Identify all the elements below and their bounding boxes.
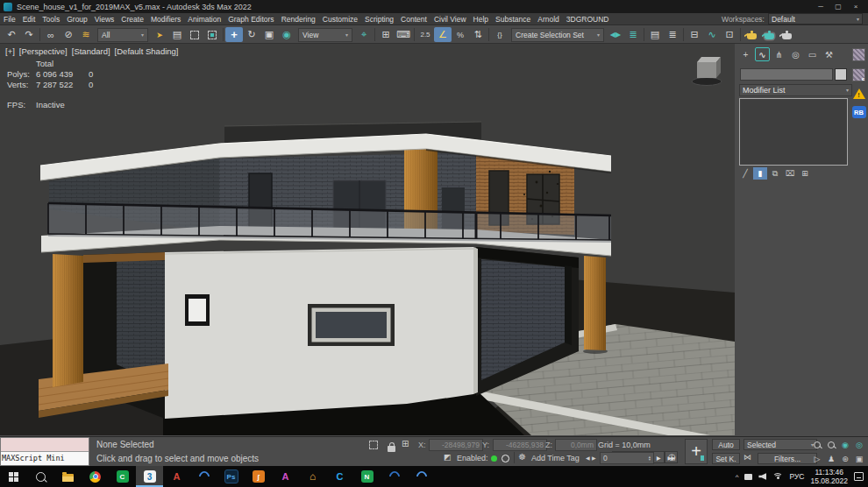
ribbon-toggle-button[interactable]: ⊟ xyxy=(686,27,703,42)
close-button[interactable]: × xyxy=(847,0,864,13)
modifier-list-dropdown[interactable]: Modifier List ▾ xyxy=(739,84,852,96)
field-of-view-icon[interactable]: ▷ xyxy=(810,452,824,465)
undo-button[interactable]: ↶ xyxy=(3,27,20,42)
menu-create[interactable]: Create xyxy=(117,13,147,25)
frame-forward-icon[interactable]: ▶ xyxy=(592,455,596,461)
select-manipulate-button[interactable]: ⊞ xyxy=(377,27,395,42)
maxscript-mini-listener[interactable]: MAXScript Mini xyxy=(0,437,89,466)
taskbar-design-app[interactable]: A xyxy=(272,466,299,487)
key-clock-icon[interactable]: ◷ xyxy=(668,452,676,462)
keyboard-override-button[interactable]: ⌨ xyxy=(395,27,412,42)
maxscript-macro-pane[interactable] xyxy=(1,438,89,452)
tab-modify[interactable]: ∿ xyxy=(755,47,770,61)
taskbar-n-app[interactable]: N xyxy=(353,466,381,487)
tab-motion[interactable]: ◎ xyxy=(788,47,803,61)
tab-display[interactable]: ▭ xyxy=(805,47,820,61)
align-button[interactable]: ≣ xyxy=(624,27,642,42)
menu-scripting[interactable]: Scripting xyxy=(361,13,397,25)
minimize-button[interactable]: ─ xyxy=(812,0,829,13)
spinner-snap-button[interactable]: ⇅ xyxy=(469,27,487,42)
menu-edit[interactable]: Edit xyxy=(19,13,39,25)
schematic-view-button[interactable]: ⊡ xyxy=(721,27,738,42)
taskbar-arc-app[interactable] xyxy=(190,466,217,487)
transform-typein-icon[interactable]: ⊞ xyxy=(402,439,409,448)
y-coordinate-field[interactable]: -46285,938 xyxy=(493,439,547,451)
remove-modifier-button[interactable]: ⌧ xyxy=(783,167,797,180)
render-setup-button[interactable] xyxy=(743,27,760,42)
menu-tools[interactable]: Tools xyxy=(39,13,63,25)
workspaces-dropdown[interactable]: Default ▾ xyxy=(768,13,863,25)
redo-button[interactable]: ↷ xyxy=(20,27,38,42)
tab-hierarchy[interactable]: ⋔ xyxy=(772,47,786,61)
zoom-extents-icon[interactable]: ◉ xyxy=(838,438,852,451)
orbit-icon[interactable]: ⊛ xyxy=(838,452,852,465)
named-selection-sets-button[interactable]: {} xyxy=(491,27,509,42)
angle-snap-button[interactable]: ∠ xyxy=(434,27,452,42)
set-keys-button[interactable]: + xyxy=(685,439,708,464)
set-key-button[interactable]: Set K. xyxy=(712,453,740,464)
snaps-toggle-button[interactable]: 2.5 xyxy=(416,27,434,42)
current-frame-field[interactable]: 0 ▴▾ xyxy=(600,452,654,464)
taskbar-camtasia[interactable]: C xyxy=(109,466,136,487)
make-unique-button[interactable]: ⧉ xyxy=(768,167,782,180)
texture-icon[interactable] xyxy=(852,48,865,61)
select-place-button[interactable]: ◉ xyxy=(278,27,295,42)
rb-badge[interactable]: RB xyxy=(852,106,866,118)
scene-explorer-button[interactable]: ≣ xyxy=(664,27,681,42)
mirror-button[interactable]: ◀▶ xyxy=(607,27,624,42)
bind-spacewarp-icon[interactable]: ≋ xyxy=(77,27,95,42)
use-pivot-center-button[interactable]: ⌖ xyxy=(355,27,373,42)
show-end-result-button[interactable]: ▮ xyxy=(753,167,767,180)
taskbar-arc-app-3[interactable] xyxy=(408,466,435,487)
taskbar-c-app[interactable]: C xyxy=(326,466,353,487)
taskbar-home-app[interactable]: ⌂ xyxy=(299,466,326,487)
select-by-name-icon[interactable]: ▤ xyxy=(168,27,186,42)
menu-content[interactable]: Content xyxy=(397,13,430,25)
menu-3dground[interactable]: 3DGROUND xyxy=(563,13,613,25)
taskbar-render-app[interactable]: ʃ xyxy=(245,466,272,487)
select-link-icon[interactable]: ∞ xyxy=(42,27,60,42)
taskbar-3dsmax-active[interactable]: 3 xyxy=(136,466,163,487)
viewport-render-level-menu[interactable]: [Standard] xyxy=(72,46,110,56)
selection-lock-toggle[interactable] xyxy=(388,446,395,452)
record-toggle-icon[interactable] xyxy=(502,455,509,462)
menu-graph-editors[interactable]: Graph Editors xyxy=(224,13,277,25)
menu-substance[interactable]: Substance xyxy=(492,13,534,25)
curve-editor-button[interactable]: ∿ xyxy=(703,27,721,42)
selection-filter-dropdown[interactable]: All ▾ xyxy=(97,28,148,42)
layer-explorer-button[interactable]: ▤ xyxy=(646,27,664,42)
select-scale-button[interactable]: ▣ xyxy=(260,27,278,42)
zoom-all-icon[interactable] xyxy=(824,438,838,451)
taskbar-clock[interactable]: 11:13:46 15.08.2022 xyxy=(810,468,848,485)
percent-snap-button[interactable]: % xyxy=(452,27,469,42)
reference-coordinate-dropdown[interactable]: View ▾ xyxy=(298,28,352,42)
render-production-button[interactable] xyxy=(778,27,795,42)
viewport-general-menu[interactable]: [+] xyxy=(5,46,15,56)
rendered-frame-window-button[interactable] xyxy=(760,27,778,42)
taskbar-chrome[interactable] xyxy=(82,466,109,487)
texture-c-icon[interactable]: c xyxy=(852,68,865,81)
select-object-icon[interactable]: ➤ xyxy=(151,27,168,42)
tab-utilities[interactable]: ⚒ xyxy=(822,47,836,61)
create-selection-set-dropdown[interactable]: Create Selection Set ▾ xyxy=(511,28,604,42)
object-color-swatch[interactable] xyxy=(835,68,847,81)
menu-civil-view[interactable]: Civil View xyxy=(430,13,470,25)
menu-help[interactable]: Help xyxy=(470,13,492,25)
taskbar-search-button[interactable] xyxy=(27,466,54,487)
language-indicator[interactable]: РУС xyxy=(789,472,804,481)
maximize-button[interactable]: ▢ xyxy=(829,0,847,13)
z-coordinate-field[interactable]: 0,0mm xyxy=(555,439,597,451)
viewport-pov-menu[interactable]: [Perspective] xyxy=(19,46,68,56)
walk-through-icon[interactable]: ♟ xyxy=(824,452,838,465)
menu-file[interactable]: File xyxy=(0,13,19,25)
tray-app-icon[interactable] xyxy=(744,474,752,480)
taskbar-arc-app-2[interactable] xyxy=(381,466,408,487)
unlink-icon[interactable]: ⊘ xyxy=(60,27,77,42)
viewport-shading-menu[interactable]: [Default Shading] xyxy=(115,46,179,56)
frame-back-icon[interactable]: ◀ xyxy=(586,455,590,461)
network-icon[interactable] xyxy=(772,473,783,481)
filters-button[interactable]: Filters... xyxy=(758,453,817,464)
auto-key-button[interactable]: Auto xyxy=(712,439,740,450)
menu-rendering[interactable]: Rendering xyxy=(278,13,319,25)
selected-set-dropdown[interactable]: Selected ▾ xyxy=(743,439,817,450)
